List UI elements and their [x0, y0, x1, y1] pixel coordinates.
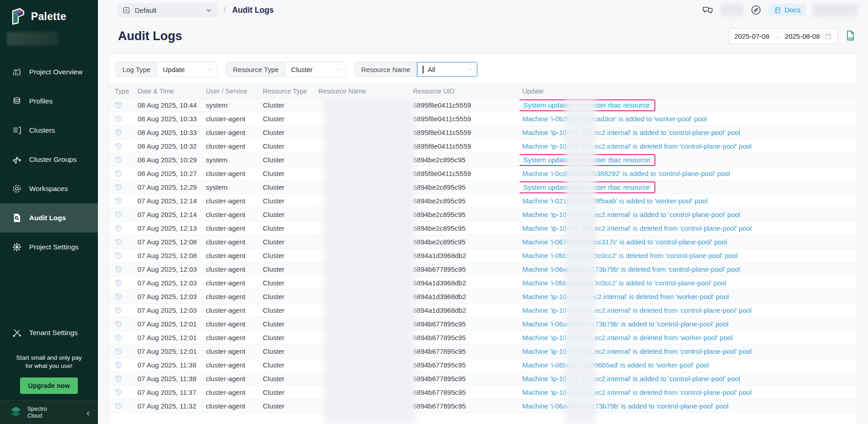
compass-icon[interactable] — [750, 4, 762, 16]
update-link[interactable]: System updated the cluster rbac resource — [520, 154, 655, 166]
table-row[interactable]: 08 Aug 2025, 10:33 cluster-agent Cluster… — [109, 126, 856, 140]
collapse-sidebar-icon[interactable]: ‹ — [87, 408, 90, 417]
sidebar: Palette Project Overview Profiles Cluste… — [0, 0, 98, 424]
sidebar-item-project-settings[interactable]: Project Settings — [0, 233, 98, 262]
date-range-picker[interactable]: 2025-07-08 → 2025-08-08 — [729, 28, 838, 44]
sidebar-item-profiles[interactable]: Profiles — [0, 87, 98, 116]
table-row[interactable]: 07 Aug 2025, 11:37 cluster-agent Cluster… — [109, 386, 856, 399]
table-row[interactable]: 08 Aug 2025, 10:27 cluster-agent Cluster… — [109, 167, 856, 181]
table-row[interactable]: 07 Aug 2025, 12:03 cluster-agent Cluster… — [109, 290, 856, 304]
update-link[interactable]: System updated the cluster rbac resource — [520, 181, 655, 193]
tools-icon — [12, 328, 22, 338]
spectro-cloud-name: Spectro Cloud — [27, 406, 82, 419]
update-link[interactable]: Machine 'ip-10-0-1-203.ec2.internal' is … — [522, 224, 751, 232]
cell-user-service: cluster-agent — [203, 252, 260, 259]
table-row[interactable]: 07 Aug 2025, 12:08 cluster-agent Cluster… — [109, 235, 856, 249]
update-link[interactable]: Machine 'ip-10-0-1-207.ec2.internal' is … — [522, 334, 733, 341]
log-type-select[interactable]: Update — [157, 62, 217, 77]
table-row[interactable]: 07 Aug 2025, 12:03 cluster-agent Cluster… — [109, 304, 856, 317]
history-icon — [115, 320, 135, 328]
docs-button[interactable]: Docs — [768, 4, 806, 16]
update-link[interactable]: Machine 'ip-10-0-1-203.ec2.internal' is … — [522, 211, 740, 218]
calendar-icon — [824, 32, 832, 40]
update-link[interactable]: Machine 'i-0fdcc53bcb23c0cc2' is deleted… — [522, 252, 738, 259]
update-link[interactable]: Machine 'ip-10-0-1-16.ec2.internal' is d… — [522, 293, 729, 300]
sidebar-item-project-overview[interactable]: Project Overview — [0, 57, 98, 87]
table-row[interactable]: 07 Aug 2025, 12:29 system Cluster 6894be… — [109, 181, 856, 194]
update-link[interactable]: Machine 'i-02181bfab328f5aab' is added t… — [522, 197, 708, 205]
table-row[interactable]: 07 Aug 2025, 12:03 cluster-agent Cluster… — [109, 276, 856, 290]
gear-icon — [12, 242, 22, 252]
text-caret — [423, 66, 424, 73]
history-icon — [115, 334, 135, 341]
chat-icon[interactable] — [702, 4, 714, 16]
update-link[interactable]: Machine 'i-0b2f697f6dbcad3ce' is added t… — [522, 115, 707, 123]
sidebar-item-tenant-settings[interactable]: Tenant Settings — [0, 318, 98, 347]
table-row[interactable]: 08 Aug 2025, 10:33 cluster-agent Cluster… — [109, 112, 856, 126]
table-row[interactable]: 07 Aug 2025, 12:08 cluster-agent Cluster… — [109, 249, 856, 263]
cell-date-time: 08 Aug 2025, 10:33 — [135, 129, 203, 136]
sidebar-item-audit-logs[interactable]: Audit Logs — [0, 203, 98, 233]
update-link[interactable]: Machine 'ip-10-0-1-122.ec2.internal' is … — [522, 142, 751, 150]
cell-resource-type: Cluster — [260, 293, 316, 300]
update-link[interactable]: Machine 'i-06ad884a7f173b79b' is added t… — [522, 320, 729, 328]
update-link[interactable]: Machine 'i-06ad884a7f173b79b' is deleted… — [522, 265, 740, 273]
cell-date-time: 08 Aug 2025, 10:27 — [135, 170, 203, 177]
orbit-icon — [12, 184, 22, 194]
cell-resource-uid: 6894be2c895c95 — [410, 211, 520, 218]
cell-resource-type: Cluster — [260, 197, 316, 205]
update-link[interactable]: Machine 'ip-10-0-1-144.ec2.internal' is … — [522, 306, 751, 314]
table-row[interactable]: 07 Aug 2025, 11:38 cluster-agent Cluster… — [109, 372, 856, 386]
table-row[interactable]: 07 Aug 2025, 12:01 cluster-agent Cluster… — [109, 345, 856, 358]
update-link[interactable]: Machine 'ip-10-0-1-121.ec2.internal' is … — [522, 375, 740, 383]
chevron-down-icon — [205, 6, 213, 14]
table-row[interactable]: 07 Aug 2025, 12:13 cluster-agent Cluster… — [109, 222, 856, 235]
cell-user-service: cluster-agent — [203, 279, 260, 287]
update-link[interactable]: Machine 'i-0fdcc53bcb23c0cc2' is added t… — [522, 279, 726, 287]
cell-resource-type: Cluster — [260, 129, 316, 136]
table-row[interactable]: 07 Aug 2025, 12:01 cluster-agent Cluster… — [109, 331, 856, 345]
table-row[interactable]: 07 Aug 2025, 11:32 cluster-agent Cluster… — [109, 399, 856, 413]
table-row[interactable]: 07 Aug 2025, 12:03 cluster-agent Cluster… — [109, 263, 856, 276]
resource-name-select[interactable]: All — [417, 62, 477, 77]
cell-resource-type: Cluster — [260, 211, 316, 218]
update-link[interactable]: Machine 'ip-10-0-1-122.ec2.internal' is … — [522, 129, 740, 136]
table-row[interactable]: 08 Aug 2025, 10:32 cluster-agent Cluster… — [109, 140, 856, 153]
cell-user-service: cluster-agent — [203, 375, 260, 383]
sidebar-item-cluster-groups[interactable]: Cluster Groups — [0, 145, 98, 174]
download-csv-button[interactable]: csv — [844, 30, 856, 43]
update-link[interactable]: Machine 'i-06bdfa7c9c896b5ad' is added t… — [522, 361, 709, 369]
table-row[interactable]: 07 Aug 2025, 12:14 cluster-agent Cluster… — [109, 194, 856, 208]
resource-type-select[interactable]: Cluster — [286, 62, 346, 77]
project-selector[interactable]: Default — [118, 3, 217, 17]
date-to[interactable]: 2025-08-08 — [785, 32, 820, 40]
update-link[interactable]: System updated the cluster rbac resource — [520, 99, 655, 111]
upgrade-now-button[interactable]: Upgrade now — [20, 377, 78, 394]
update-link[interactable]: Machine 'ip-10-0-1-121.ec2.internal' is … — [522, 347, 751, 355]
sidebar-item-workspaces[interactable]: Workspaces — [0, 174, 98, 203]
cell-date-time: 07 Aug 2025, 12:14 — [135, 197, 203, 205]
col-user-service: User / Service — [203, 88, 260, 95]
update-link[interactable]: Machine 'ip-10-0-1-121.ec2.internal' is … — [522, 388, 751, 396]
layers-icon — [12, 96, 22, 106]
brand: Palette — [0, 0, 98, 28]
cell-user-service: system — [203, 101, 260, 109]
cell-resource-type: Cluster — [260, 320, 316, 328]
cell-resource-uid: 6895f8e0411c5559 — [410, 142, 520, 150]
sidebar-nav: Project Overview Profiles Clusters Clust… — [0, 57, 98, 262]
table-row[interactable]: 08 Aug 2025, 10:44 system Cluster 6895f8… — [109, 98, 856, 112]
table-row[interactable]: 07 Aug 2025, 11:38 cluster-agent Cluster… — [109, 358, 856, 372]
update-link[interactable]: Machine 'i-067cf605a85cc317c' is added t… — [522, 238, 727, 246]
update-link[interactable]: Machine 'i-06ad884a7f173b79b' is added t… — [522, 402, 729, 410]
date-from[interactable]: 2025-07-08 — [735, 32, 770, 40]
sidebar-item-clusters[interactable]: Clusters — [0, 116, 98, 145]
update-link[interactable]: Machine 'i-0cd009e3dd5388292' is added t… — [522, 170, 730, 177]
cell-resource-type: Cluster — [260, 265, 316, 273]
cell-user-service: cluster-agent — [203, 129, 260, 136]
cell-resource-uid: 6894b677895c95 — [410, 347, 520, 355]
table-row[interactable]: 08 Aug 2025, 10:29 system Cluster 6894be… — [109, 153, 856, 167]
cell-user-service: cluster-agent — [203, 265, 260, 273]
cell-resource-uid: 6894b677895c95 — [410, 265, 520, 273]
table-row[interactable]: 07 Aug 2025, 12:01 cluster-agent Cluster… — [109, 317, 856, 331]
table-row[interactable]: 07 Aug 2025, 12:14 cluster-agent Cluster… — [109, 208, 856, 222]
